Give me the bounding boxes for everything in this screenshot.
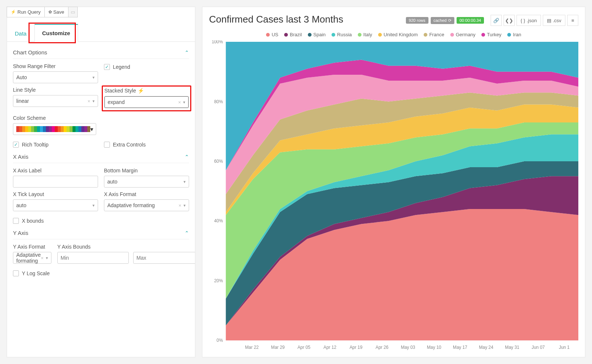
extra-controls-checkbox[interactable]: Extra Controls [104,142,189,148]
legend-dot-icon [332,33,335,37]
legend-label: Italy [363,32,372,37]
color-scheme-select[interactable]: ▾ [13,123,96,135]
x-axis-label-input[interactable] [13,176,98,188]
export-csv-button[interactable]: ▤.csv [543,15,565,26]
clear-icon[interactable]: × [178,100,181,105]
color-swatch [64,126,67,132]
legend-label: Germany [456,32,475,37]
legend-item[interactable]: Italy [358,32,372,37]
legend-item[interactable]: US [266,32,278,37]
refresh-icon: ⟳ [448,18,451,23]
json-icon: { } [521,18,525,23]
section-header-x-axis[interactable]: X Axis ⌃ [13,150,189,163]
line-style-select[interactable]: linear ×▾ [13,95,98,107]
legend-label: Russia [337,32,352,37]
chevron-down-icon: ▾ [92,75,95,80]
color-swatch [46,126,49,132]
export-json-button[interactable]: { }.json [517,15,541,26]
rows-pill: 920 rows [406,17,428,24]
legend-item[interactable]: Turkey [481,32,501,37]
clear-icon[interactable]: × [178,203,181,208]
link-button[interactable]: 🔗 [491,15,502,26]
legend-item[interactable]: Russia [332,32,352,37]
color-swatch [73,126,75,132]
legend-label: US [272,32,278,37]
section-header-y-axis[interactable]: Y Axis ⌃ [13,226,189,239]
x-bounds-checkbox[interactable]: X bounds [13,218,98,224]
checkbox-empty-icon [104,142,110,148]
svg-text:Apr 26: Apr 26 [376,345,388,350]
y-axis-max-input[interactable] [133,252,195,264]
legend-item[interactable]: Germany [450,32,475,37]
menu-button[interactable]: ≡ [567,15,578,26]
svg-text:Apr 12: Apr 12 [323,345,336,350]
y-log-scale-checkbox[interactable]: Y Log Scale [13,270,98,276]
x-axis-format-select[interactable]: Adaptative formating ×▾ [104,199,189,211]
legend-dot-icon [378,33,382,37]
rich-tooltip-checkbox[interactable]: Rich Tooltip [13,142,98,148]
color-swatch [25,126,28,132]
legend-checkbox[interactable]: Legend [104,64,189,70]
x-axis-format-value: Adaptative formating [107,202,155,208]
color-swatches [16,126,90,132]
color-swatch [78,126,81,132]
color-swatch [22,126,25,132]
bottom-margin-select[interactable]: auto ▾ [104,176,189,188]
color-swatch [49,126,52,132]
legend-item[interactable]: Spain [308,32,326,37]
y-axis-min-input[interactable] [57,252,129,264]
clear-icon[interactable]: × [87,98,90,104]
save-button[interactable]: ✿Save [45,7,68,17]
x-axis-label-label: X Axis Label [13,168,98,173]
svg-text:80%: 80% [214,99,223,104]
y-axis-format-select[interactable]: Adaptative formating ×▾ [13,252,51,264]
chart-plot[interactable]: 0%20%40%60%80%100%Mar 22Mar 29Apr 05Apr … [208,40,580,352]
chevron-down-icon: ▾ [46,256,48,260]
section-title-y-axis: Y Axis [13,230,28,236]
svg-text:May 03: May 03 [401,345,415,350]
color-swatch [40,126,43,132]
extra-controls-label: Extra Controls [113,142,146,148]
clear-icon[interactable]: × [41,255,44,261]
show-range-filter-value: Auto [16,74,27,80]
legend-item[interactable]: Iran [507,32,521,37]
extra-toolbar-button[interactable]: ▭ [68,7,78,17]
color-swatch [58,126,61,132]
show-range-filter-select[interactable]: Auto ▾ [13,71,98,83]
chevron-up-icon: ⌃ [185,154,189,160]
svg-text:0%: 0% [216,338,223,343]
chevron-down-icon: ▾ [92,203,95,208]
color-swatch [19,126,22,132]
stacked-style-select[interactable]: expand ×▾ [104,96,189,108]
svg-text:40%: 40% [214,218,223,223]
legend-item[interactable]: France [424,32,444,37]
legend-dot-icon [308,33,312,37]
bolt-icon: ⚡ [138,88,144,94]
rich-tooltip-label: Rich Tooltip [22,142,48,148]
cached-pill[interactable]: cached⟳ [431,17,454,24]
left-panel: ⚡Run Query ✿Save ▭ Data Customize Chart … [7,7,195,357]
run-query-button[interactable]: ⚡Run Query [7,7,45,17]
x-bounds-label: X bounds [22,218,44,224]
checkbox-empty-icon [13,218,19,224]
line-style-label: Line Style [13,87,98,93]
x-tick-layout-select[interactable]: auto ▾ [13,199,98,211]
legend-item[interactable]: United Kingdom [378,32,418,37]
x-axis-format-label: X Axis Format [104,191,189,197]
svg-text:Mar 29: Mar 29 [271,345,285,350]
bottom-margin-value: auto [107,179,117,185]
chart-legend: USBrazilSpainRussiaItalyUnited KingdomFr… [208,30,580,40]
chevron-down-icon: ▾ [92,99,95,104]
legend-dot-icon [424,33,427,37]
tab-customize[interactable]: Customize [34,24,78,42]
section-header-chart-options[interactable]: Chart Options ⌃ [13,46,189,59]
legend-dot-icon [507,33,511,37]
tab-data[interactable]: Data [7,25,34,42]
legend-item[interactable]: Brazil [284,32,302,37]
legend-label: Legend [113,64,130,70]
checkbox-empty-icon [13,270,19,276]
color-swatch [61,126,64,132]
time-pill: 00:00:00.34 [457,17,484,24]
embed-button[interactable]: ❮❯ [504,15,515,26]
x-tick-layout-value: auto [16,202,26,208]
